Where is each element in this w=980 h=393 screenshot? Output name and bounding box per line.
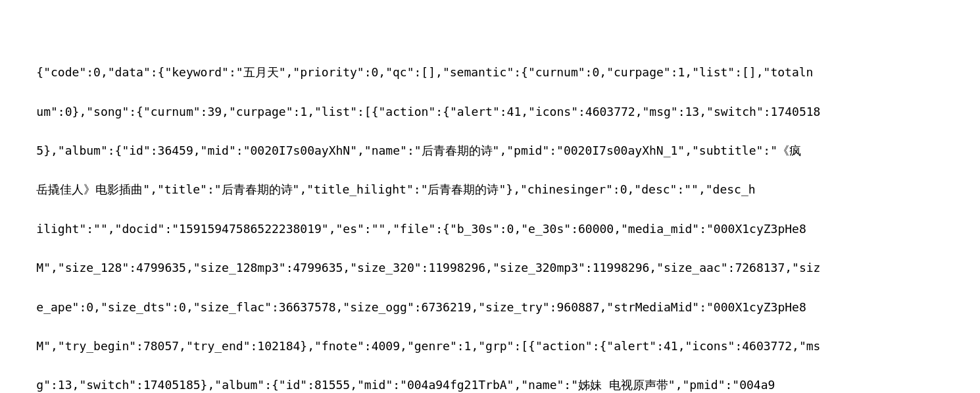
json-line-1: {"code":0,"data":{"keyword":"五月天","prior… (36, 65, 813, 79)
json-line-8: M","try_begin":78057,"try_end":102184},"… (36, 339, 820, 353)
json-display: {"code":0,"data":{"keyword":"五月天","prior… (8, 43, 972, 393)
json-line-3: 5},"album":{"id":36459,"mid":"0020I7s00a… (36, 144, 801, 157)
json-line-2: um":0},"song":{"curnum":39,"curpage":1,"… (36, 105, 820, 118)
json-content-area: {"code":0,"data":{"keyword":"五月天","prior… (0, 0, 980, 393)
json-line-9: g":13,"switch":17405185},"album":{"id":8… (36, 378, 775, 392)
json-line-5: ilight":"","docid":"15915947586522238019… (36, 222, 806, 236)
json-line-4: 岳撬佳人》电影插曲","title":"后青春期的诗","title_hilig… (36, 182, 755, 196)
json-line-6: M","size_128":4799635,"size_128mp3":4799… (36, 261, 820, 275)
json-line-7: e_ape":0,"size_dts":0,"size_flac":366375… (36, 300, 806, 314)
